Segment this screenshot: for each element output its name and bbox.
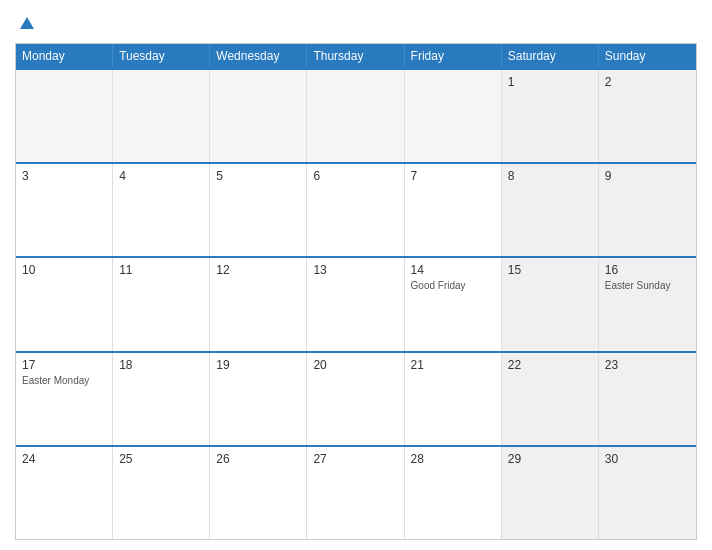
day-number: 21 (411, 358, 495, 372)
day-number: 19 (216, 358, 300, 372)
calendar-row-2: 1011121314Good Friday1516Easter Sunday (16, 256, 696, 350)
calendar-cell-3-2: 19 (210, 353, 307, 445)
day-number: 22 (508, 358, 592, 372)
calendar-cell-1-4: 7 (405, 164, 502, 256)
day-number: 3 (22, 169, 106, 183)
day-number: 11 (119, 263, 203, 277)
calendar-cell-1-0: 3 (16, 164, 113, 256)
header-sunday: Sunday (599, 44, 696, 68)
calendar-cell-0-5: 1 (502, 70, 599, 162)
calendar-row-0: 12 (16, 68, 696, 162)
day-number: 5 (216, 169, 300, 183)
calendar-cell-0-1 (113, 70, 210, 162)
calendar-cell-2-2: 12 (210, 258, 307, 350)
calendar-row-1: 3456789 (16, 162, 696, 256)
calendar-cell-1-6: 9 (599, 164, 696, 256)
calendar-cell-0-3 (307, 70, 404, 162)
header-thursday: Thursday (307, 44, 404, 68)
calendar-cell-0-4 (405, 70, 502, 162)
calendar-cell-3-4: 21 (405, 353, 502, 445)
day-number: 28 (411, 452, 495, 466)
day-event: Good Friday (411, 279, 495, 292)
logo-icon (18, 15, 36, 33)
day-event: Easter Sunday (605, 279, 690, 292)
calendar-cell-0-0 (16, 70, 113, 162)
calendar: Monday Tuesday Wednesday Thursday Friday… (15, 43, 697, 540)
day-number: 2 (605, 75, 690, 89)
calendar-cell-4-5: 29 (502, 447, 599, 539)
calendar-cell-4-2: 26 (210, 447, 307, 539)
calendar-cell-4-3: 27 (307, 447, 404, 539)
calendar-cell-2-5: 15 (502, 258, 599, 350)
day-number: 14 (411, 263, 495, 277)
calendar-cell-2-1: 11 (113, 258, 210, 350)
header-wednesday: Wednesday (210, 44, 307, 68)
calendar-cell-4-6: 30 (599, 447, 696, 539)
calendar-row-3: 17Easter Monday181920212223 (16, 351, 696, 445)
day-number: 23 (605, 358, 690, 372)
calendar-cell-3-0: 17Easter Monday (16, 353, 113, 445)
calendar-cell-0-2 (210, 70, 307, 162)
day-number: 25 (119, 452, 203, 466)
calendar-cell-2-0: 10 (16, 258, 113, 350)
calendar-cell-3-1: 18 (113, 353, 210, 445)
page: Monday Tuesday Wednesday Thursday Friday… (0, 0, 712, 550)
day-number: 12 (216, 263, 300, 277)
calendar-cell-4-4: 28 (405, 447, 502, 539)
calendar-cell-1-1: 4 (113, 164, 210, 256)
day-number: 29 (508, 452, 592, 466)
header-saturday: Saturday (502, 44, 599, 68)
logo (15, 15, 36, 33)
calendar-cell-3-5: 22 (502, 353, 599, 445)
day-event: Easter Monday (22, 374, 106, 387)
calendar-body: 1234567891011121314Good Friday1516Easter… (16, 68, 696, 539)
day-number: 26 (216, 452, 300, 466)
calendar-header: Monday Tuesday Wednesday Thursday Friday… (16, 44, 696, 68)
calendar-cell-1-2: 5 (210, 164, 307, 256)
day-number: 16 (605, 263, 690, 277)
day-number: 1 (508, 75, 592, 89)
calendar-cell-3-3: 20 (307, 353, 404, 445)
day-number: 20 (313, 358, 397, 372)
day-number: 8 (508, 169, 592, 183)
calendar-cell-2-6: 16Easter Sunday (599, 258, 696, 350)
header-monday: Monday (16, 44, 113, 68)
day-number: 7 (411, 169, 495, 183)
day-number: 27 (313, 452, 397, 466)
header-friday: Friday (405, 44, 502, 68)
calendar-cell-4-1: 25 (113, 447, 210, 539)
day-number: 18 (119, 358, 203, 372)
calendar-cell-2-4: 14Good Friday (405, 258, 502, 350)
calendar-cell-1-5: 8 (502, 164, 599, 256)
calendar-cell-2-3: 13 (307, 258, 404, 350)
day-number: 24 (22, 452, 106, 466)
day-number: 30 (605, 452, 690, 466)
calendar-cell-0-6: 2 (599, 70, 696, 162)
day-number: 15 (508, 263, 592, 277)
calendar-cell-4-0: 24 (16, 447, 113, 539)
day-number: 4 (119, 169, 203, 183)
day-number: 6 (313, 169, 397, 183)
day-number: 17 (22, 358, 106, 372)
header (15, 15, 697, 33)
calendar-row-4: 24252627282930 (16, 445, 696, 539)
day-number: 9 (605, 169, 690, 183)
calendar-cell-1-3: 6 (307, 164, 404, 256)
svg-marker-0 (20, 17, 34, 29)
header-tuesday: Tuesday (113, 44, 210, 68)
day-number: 13 (313, 263, 397, 277)
day-number: 10 (22, 263, 106, 277)
calendar-cell-3-6: 23 (599, 353, 696, 445)
